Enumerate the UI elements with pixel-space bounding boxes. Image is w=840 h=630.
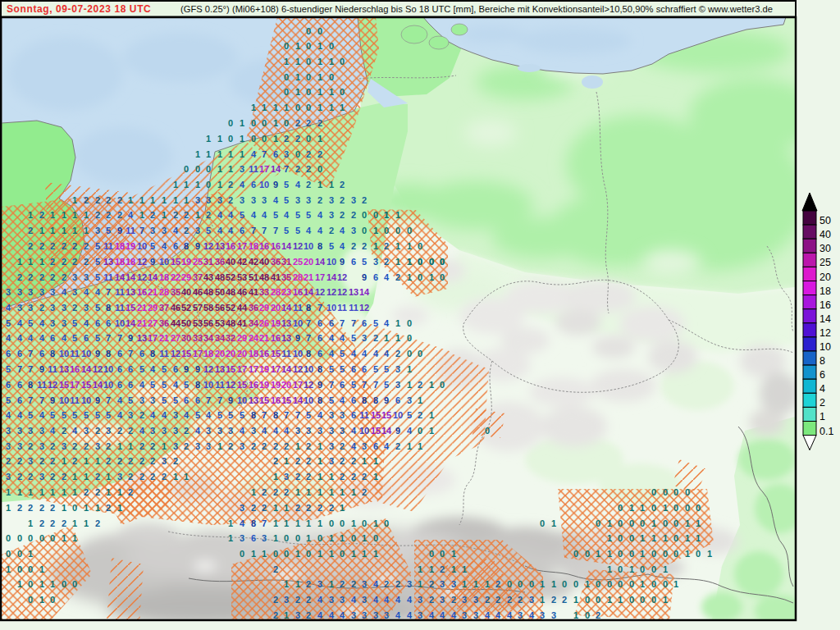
svg-text:4: 4: [284, 426, 290, 436]
svg-text:8: 8: [251, 410, 256, 420]
svg-text:0: 0: [685, 503, 690, 513]
svg-text:5: 5: [128, 395, 133, 405]
svg-text:3: 3: [150, 426, 155, 436]
svg-text:0: 0: [28, 533, 33, 543]
svg-text:14: 14: [281, 303, 292, 313]
svg-text:1: 1: [329, 579, 334, 589]
svg-text:2: 2: [273, 441, 278, 451]
svg-text:1: 1: [384, 333, 389, 343]
svg-text:0: 0: [362, 210, 367, 220]
svg-text:0: 0: [184, 164, 189, 174]
svg-text:0: 0: [251, 134, 256, 144]
svg-text:13: 13: [59, 364, 69, 374]
svg-text:5: 5: [306, 410, 311, 420]
svg-text:0: 0: [651, 487, 656, 497]
svg-text:2: 2: [139, 472, 144, 482]
svg-text:6: 6: [195, 395, 200, 405]
svg-text:3: 3: [39, 426, 44, 436]
svg-text:3: 3: [50, 303, 55, 313]
svg-text:5: 5: [228, 410, 233, 420]
svg-text:9: 9: [128, 333, 133, 343]
svg-text:2: 2: [340, 456, 345, 466]
svg-text:1: 1: [284, 579, 289, 589]
svg-text:8: 8: [317, 364, 322, 374]
svg-text:7: 7: [262, 518, 267, 528]
svg-text:40: 40: [181, 287, 191, 297]
svg-text:17: 17: [237, 241, 247, 251]
svg-text:7: 7: [306, 333, 311, 343]
svg-text:5: 5: [351, 333, 356, 343]
svg-text:2: 2: [62, 472, 66, 482]
svg-text:1: 1: [317, 441, 322, 451]
svg-text:0: 0: [273, 549, 278, 559]
svg-text:4: 4: [6, 410, 11, 420]
svg-text:8: 8: [106, 303, 111, 313]
svg-text:1: 1: [473, 579, 478, 589]
svg-text:3: 3: [240, 195, 244, 205]
svg-text:4: 4: [28, 333, 34, 343]
svg-text:0: 0: [6, 533, 11, 543]
svg-text:7: 7: [39, 395, 44, 405]
svg-text:1: 1: [607, 533, 612, 543]
svg-text:16: 16: [293, 287, 303, 297]
svg-text:4: 4: [195, 426, 201, 436]
svg-text:7: 7: [284, 410, 289, 420]
svg-text:6: 6: [117, 349, 122, 358]
svg-text:6: 6: [173, 241, 178, 251]
svg-text:12: 12: [359, 303, 369, 313]
svg-text:3: 3: [240, 164, 244, 174]
svg-text:53: 53: [215, 318, 225, 328]
svg-text:2: 2: [50, 257, 55, 267]
svg-text:5: 5: [273, 210, 278, 220]
svg-text:0: 0: [306, 549, 311, 559]
svg-text:3: 3: [39, 441, 44, 451]
svg-text:1: 1: [373, 241, 378, 251]
svg-text:3: 3: [62, 441, 66, 451]
svg-text:1: 1: [206, 134, 211, 144]
svg-text:2: 2: [95, 487, 100, 497]
svg-text:6: 6: [317, 349, 322, 358]
svg-text:1: 1: [50, 487, 55, 497]
svg-text:2: 2: [139, 456, 144, 466]
svg-text:42: 42: [237, 257, 247, 267]
svg-text:0: 0: [418, 241, 422, 251]
svg-text:0: 0: [295, 533, 300, 543]
svg-text:4: 4: [384, 441, 390, 451]
svg-text:1: 1: [362, 456, 367, 466]
svg-text:44: 44: [237, 303, 248, 313]
svg-text:2: 2: [340, 579, 345, 589]
svg-text:12: 12: [315, 287, 325, 297]
svg-text:1: 1: [39, 487, 44, 497]
svg-text:1: 1: [62, 210, 66, 220]
svg-text:9: 9: [317, 380, 322, 390]
svg-text:2: 2: [228, 180, 233, 189]
svg-text:9: 9: [195, 364, 200, 374]
svg-text:34: 34: [203, 333, 214, 343]
svg-text:2: 2: [306, 441, 311, 451]
svg-text:9: 9: [362, 272, 367, 282]
svg-text:3: 3: [340, 595, 345, 605]
svg-text:37: 37: [159, 303, 169, 313]
svg-text:3: 3: [384, 610, 389, 620]
svg-text:2: 2: [184, 210, 189, 220]
svg-text:2: 2: [273, 564, 278, 574]
svg-text:3: 3: [329, 210, 334, 220]
svg-text:1: 1: [351, 487, 356, 497]
svg-text:0: 0: [485, 426, 490, 436]
svg-text:1: 1: [273, 472, 278, 482]
svg-text:3: 3: [306, 426, 311, 436]
svg-text:1: 1: [596, 549, 600, 559]
svg-text:3: 3: [28, 426, 33, 436]
svg-text:0: 0: [673, 549, 678, 559]
svg-text:1: 1: [39, 257, 44, 267]
svg-text:0: 0: [618, 549, 623, 559]
svg-text:35: 35: [281, 272, 291, 282]
svg-text:1: 1: [84, 503, 89, 513]
svg-text:1: 1: [329, 103, 334, 112]
svg-text:0: 0: [329, 72, 334, 82]
svg-text:50: 50: [819, 215, 831, 226]
svg-text:4: 4: [39, 318, 45, 328]
svg-text:4: 4: [50, 426, 56, 436]
svg-text:3: 3: [217, 426, 222, 436]
svg-text:6: 6: [39, 349, 44, 358]
